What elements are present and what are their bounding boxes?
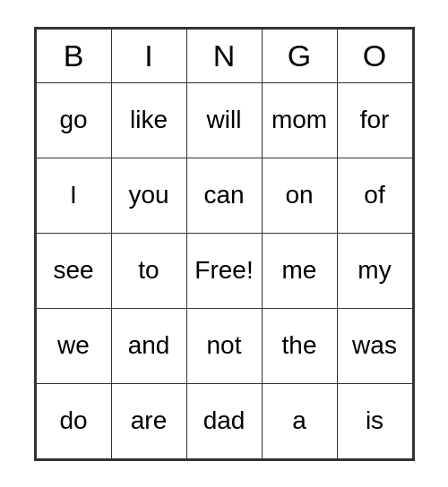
cell-r3-c2: not [186, 308, 262, 383]
cell-r3-c4: was [337, 308, 412, 383]
cell-r0-c2: will [186, 82, 262, 158]
cell-r1-c2: can [186, 158, 262, 233]
header-cell-G: G [262, 29, 337, 82]
bingo-table: BINGO golikewillmomforIyoucanonofseetoFr… [36, 29, 413, 459]
cell-r0-c4: for [337, 82, 412, 158]
table-row: golikewillmomfor [36, 82, 412, 158]
cell-r2-c1: to [111, 233, 186, 308]
header-cell-I: I [111, 29, 186, 82]
cell-r2-c0: see [36, 233, 111, 308]
cell-r3-c3: the [262, 308, 337, 383]
cell-r4-c2: dad [186, 383, 262, 458]
cell-r2-c4: my [337, 233, 412, 308]
cell-r4-c0: do [36, 383, 111, 458]
cell-r0-c1: like [111, 82, 186, 158]
cell-r4-c1: are [111, 383, 186, 458]
header-cell-O: O [337, 29, 412, 82]
table-row: doaredadais [36, 383, 412, 458]
cell-r2-c3: me [262, 233, 337, 308]
bingo-card: BINGO golikewillmomforIyoucanonofseetoFr… [34, 27, 415, 461]
header-cell-N: N [186, 29, 262, 82]
table-row: weandnotthewas [36, 308, 412, 383]
table-row: seetoFree!memy [36, 233, 412, 308]
cell-r4-c4: is [337, 383, 412, 458]
header-row: BINGO [36, 29, 412, 82]
cell-r1-c3: on [262, 158, 337, 233]
cell-r0-c3: mom [262, 82, 337, 158]
cell-r1-c4: of [337, 158, 412, 233]
cell-r1-c0: I [36, 158, 111, 233]
table-row: Iyoucanonof [36, 158, 412, 233]
cell-r2-c2: Free! [186, 233, 262, 308]
cell-r3-c1: and [111, 308, 186, 383]
cell-r0-c0: go [36, 82, 111, 158]
cell-r1-c1: you [111, 158, 186, 233]
cell-r4-c3: a [262, 383, 337, 458]
header-cell-B: B [36, 29, 111, 82]
cell-r3-c0: we [36, 308, 111, 383]
